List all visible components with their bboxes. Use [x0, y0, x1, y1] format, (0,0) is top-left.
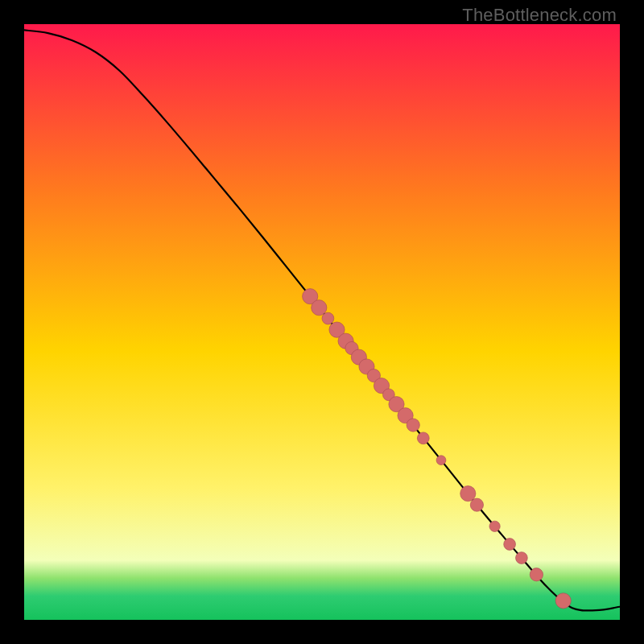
curve-marker: [460, 486, 476, 502]
curve-marker: [516, 552, 528, 564]
curve-marker: [312, 300, 327, 316]
curve-marker: [417, 432, 429, 444]
curve-marker: [555, 593, 571, 609]
curve-marker: [407, 419, 419, 431]
curve-marker: [489, 521, 500, 531]
watermark-text: TheBottleneck.com: [462, 5, 617, 26]
curve-marker: [436, 456, 446, 465]
chart-svg: [24, 24, 620, 620]
curve-marker: [530, 568, 543, 581]
curve-marker: [322, 312, 334, 324]
curve-marker: [470, 498, 483, 511]
gradient-background: [24, 24, 620, 620]
chart-frame: TheBottleneck.com: [0, 0, 644, 644]
plot-area: [24, 24, 620, 620]
curve-marker: [504, 539, 516, 551]
